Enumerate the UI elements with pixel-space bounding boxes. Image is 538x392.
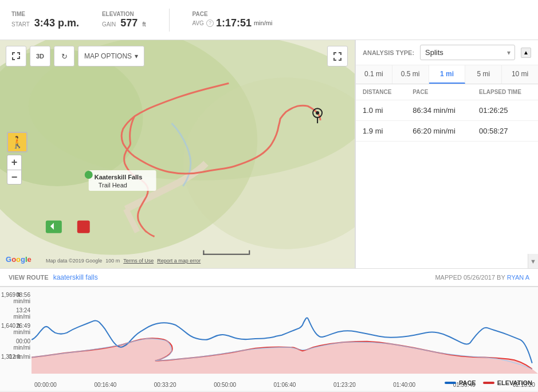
pace-legend-color	[445, 382, 456, 384]
fullscreen-icon-btn[interactable]	[6, 46, 26, 66]
terms-link[interactable]: Terms of Use	[123, 258, 154, 264]
x-label-4: 01:06:40	[274, 382, 296, 388]
pace-label: PACE	[193, 11, 273, 17]
pace-label-1: 08:56 min/mi	[0, 292, 30, 304]
map-data-text: Map data ©2019 Google	[46, 258, 102, 264]
map-attribution: Map data ©2019 Google 100 m Terms of Use…	[46, 258, 349, 264]
view-route-label: VIEW ROUTE	[9, 274, 49, 281]
table-row: 1.0 mi 86:34 min/mi 01:26:25	[356, 100, 538, 121]
pace-label-2: 13:24 min/mi	[0, 307, 30, 320]
x-label-2: 00:33:20	[154, 382, 176, 388]
3d-label: 3D	[36, 53, 44, 60]
zoom-controls: + −	[7, 155, 22, 185]
chart-area: 1,969 ft 1,640 ft 1,312 ft 08:56 min/mi …	[0, 287, 538, 391]
elevation-legend-label: ELEVATION	[497, 379, 532, 386]
svg-rect-10	[77, 221, 90, 233]
google-logo: Google	[6, 255, 32, 264]
refresh-icon: ↻	[61, 52, 68, 61]
pace-legend-label: PACE	[459, 379, 476, 386]
col-pace: PACE	[406, 84, 472, 100]
by-label: BY	[497, 274, 505, 281]
cell-distance: 1.0 mi	[356, 100, 406, 121]
pace-unit: min/mi	[254, 19, 272, 26]
map-svg: Kaaterskill Falls Trail Head	[0, 40, 355, 268]
route-name-link[interactable]: kaaterskill falls	[53, 273, 98, 281]
tab-10mi[interactable]: 10 mi	[502, 65, 538, 84]
mapped-date: 05/26/2017	[464, 274, 495, 281]
panel-scroll-up-btn[interactable]: ▲	[521, 48, 531, 58]
svg-point-6	[316, 111, 319, 115]
pace-group: PACE AVG ? 1:17:51 min/mi	[193, 11, 273, 29]
time-group: TIME START 3:43 p.m.	[11, 11, 79, 29]
cell-elapsed: 01:26:25	[472, 100, 538, 121]
svg-rect-17	[249, 250, 250, 255]
table-row: 1.9 mi 66:20 min/mi 00:58:27	[356, 121, 538, 142]
x-label-1: 00:16:40	[94, 382, 116, 388]
top-bar: TIME START 3:43 p.m. ELEVATION GAIN 577 …	[0, 0, 538, 40]
svg-rect-15	[203, 254, 249, 255]
x-label-3: 00:50:00	[214, 382, 236, 388]
main-area: Kaaterskill Falls Trail Head 3D ↻ MAP OP…	[0, 40, 538, 268]
panel-scroll-down-btn[interactable]: ▼	[528, 254, 538, 268]
start-group: START 3:43 p.m.	[11, 17, 79, 29]
by-name[interactable]: RYAN A	[507, 274, 529, 281]
person-figure: 🚶	[10, 135, 25, 149]
zoom-out-btn[interactable]: −	[7, 170, 22, 185]
tab-5mi[interactable]: 5 mi	[465, 65, 502, 84]
elevation-legend-color	[483, 382, 494, 384]
elevation-label: ELEVATION	[102, 11, 146, 17]
gain-unit: ft	[142, 21, 146, 28]
pace-value: 1:17:51	[216, 17, 252, 29]
map-options-btn[interactable]: MAP OPTIONS ▾	[78, 46, 144, 66]
cell-pace: 66:20 min/mi	[406, 121, 472, 142]
mapped-info: MAPPED 05/26/2017 BY RYAN A	[435, 274, 529, 281]
distance-tabs: 0.1 mi 0.5 mi 1 mi 5 mi 10 mi	[356, 65, 538, 84]
pace-label-4: 00:00 min/mi	[0, 338, 30, 351]
analysis-type-select[interactable]: Splits Pace Elevation	[420, 45, 515, 60]
svg-rect-16	[203, 250, 204, 255]
gain-value: 577	[120, 17, 138, 29]
gain-group: GAIN 577 ft	[102, 17, 146, 29]
person-icon[interactable]: 🚶	[7, 132, 28, 152]
gain-label: GAIN	[102, 21, 116, 28]
map-container[interactable]: Kaaterskill Falls Trail Head 3D ↻ MAP OP…	[0, 40, 355, 268]
analysis-header: ANALYSIS TYPE: Splits Pace Elevation ▲	[356, 40, 538, 65]
splits-tbody: 1.0 mi 86:34 min/mi 01:26:25 1.9 mi 66:2…	[356, 100, 538, 142]
avg-label: AVG	[193, 20, 204, 26]
zoom-in-btn[interactable]: +	[7, 155, 22, 170]
tab-0.5mi[interactable]: 0.5 mi	[392, 65, 429, 84]
pace-legend: PACE	[445, 379, 476, 386]
refresh-btn[interactable]: ↻	[54, 46, 74, 66]
report-link[interactable]: Report a map error	[157, 258, 201, 264]
cell-pace: 86:34 min/mi	[406, 100, 472, 121]
view-route-bar: VIEW ROUTE kaaterskill falls MAPPED 05/2…	[0, 268, 538, 287]
start-value: 3:43 p.m.	[34, 17, 79, 29]
time-label: TIME	[11, 11, 79, 17]
chart-svg	[32, 287, 538, 374]
cell-elapsed: 00:58:27	[472, 121, 538, 142]
avg-pace-group: AVG ? 1:17:51 min/mi	[193, 17, 273, 29]
col-elapsed: ELAPSED TIME	[472, 84, 538, 100]
tab-1mi[interactable]: 1 mi	[429, 65, 466, 84]
map-toolbar: 3D ↻ MAP OPTIONS ▾	[6, 46, 144, 66]
chart-legend: PACE ELEVATION	[445, 379, 532, 386]
map-options-label: MAP OPTIONS	[84, 52, 132, 60]
analysis-select-wrapper[interactable]: Splits Pace Elevation	[420, 45, 515, 60]
svg-text:Trail Head: Trail Head	[99, 182, 127, 189]
tab-0.1mi[interactable]: 0.1 mi	[356, 65, 392, 84]
x-label-6: 01:40:00	[393, 382, 415, 388]
elevation-y-axis: 1,969 ft 1,640 ft 1,312 ft 08:56 min/mi …	[0, 287, 32, 374]
chart-svg-container	[32, 287, 538, 374]
splits-table: DISTANCE PACE ELAPSED TIME 1.0 mi 86:34 …	[356, 84, 538, 142]
map-expand-btn[interactable]	[327, 46, 348, 66]
svg-point-14	[85, 171, 93, 179]
mapped-label: MAPPED	[435, 274, 461, 281]
svg-text:Kaaterskill Falls: Kaaterskill Falls	[95, 174, 143, 181]
3d-btn[interactable]: 3D	[30, 46, 50, 66]
analysis-panel: ANALYSIS TYPE: Splits Pace Elevation ▲ 0…	[355, 40, 538, 268]
col-distance: DISTANCE	[356, 84, 406, 100]
elevation-legend: ELEVATION	[483, 379, 532, 386]
avg-info-icon[interactable]: ?	[206, 19, 214, 27]
cell-distance: 1.9 mi	[356, 121, 406, 142]
x-label-0: 00:00:00	[34, 382, 57, 388]
